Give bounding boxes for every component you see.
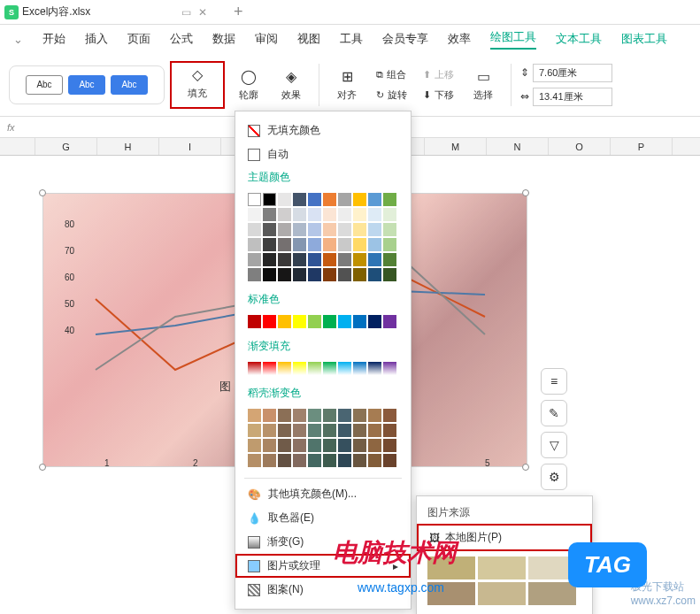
color-swatch[interactable] xyxy=(263,268,276,281)
color-swatch[interactable] xyxy=(338,208,351,221)
earth-swatch[interactable] xyxy=(323,424,336,437)
earth-swatch[interactable] xyxy=(383,454,396,467)
color-swatch[interactable] xyxy=(338,268,351,281)
earth-swatch[interactable] xyxy=(248,454,261,467)
corner[interactable] xyxy=(0,138,35,155)
width-input[interactable]: 13.41厘米 xyxy=(533,88,612,106)
color-swatch[interactable] xyxy=(308,193,321,206)
color-swatch[interactable] xyxy=(263,315,276,328)
menu-view[interactable]: 视图 xyxy=(297,31,320,47)
gradient-colors-grid[interactable] xyxy=(235,358,411,382)
color-swatch[interactable] xyxy=(323,253,336,266)
gradient-swatch[interactable] xyxy=(383,362,396,375)
earth-swatch[interactable] xyxy=(293,409,306,422)
earth-swatch[interactable] xyxy=(323,439,336,452)
earth-gradient-grid[interactable] xyxy=(235,405,411,474)
color-swatch[interactable] xyxy=(323,193,336,206)
earth-swatch[interactable] xyxy=(353,454,366,467)
color-swatch[interactable] xyxy=(338,253,351,266)
col-N[interactable]: N xyxy=(487,138,549,155)
color-swatch[interactable] xyxy=(308,315,321,328)
eyedropper-item[interactable]: 💧 取色器(E) xyxy=(235,506,411,530)
color-swatch[interactable] xyxy=(293,268,306,281)
col-P[interactable]: P xyxy=(611,138,673,155)
menu-insert[interactable]: 插入 xyxy=(85,31,108,47)
color-swatch[interactable] xyxy=(368,223,381,236)
menu-start[interactable]: 开始 xyxy=(42,31,65,47)
color-swatch[interactable] xyxy=(278,238,291,251)
earth-swatch[interactable] xyxy=(308,409,321,422)
color-swatch[interactable] xyxy=(293,253,306,266)
earth-swatch[interactable] xyxy=(248,439,261,452)
texture-swatch[interactable] xyxy=(478,582,526,605)
select-button[interactable]: ▭ 选择 xyxy=(465,63,502,107)
color-swatch[interactable] xyxy=(278,208,291,221)
earth-swatch[interactable] xyxy=(263,424,276,437)
menu-drawtools[interactable]: 绘图工具 xyxy=(490,29,536,50)
color-swatch[interactable] xyxy=(293,315,306,328)
shape-style-gallery[interactable]: Abc Abc Abc xyxy=(9,65,165,104)
tab-duplicate-icon[interactable]: ▭ xyxy=(181,6,191,19)
menu-chevron[interactable]: ⌄ xyxy=(13,33,23,46)
color-swatch[interactable] xyxy=(383,253,396,266)
earth-swatch[interactable] xyxy=(383,424,396,437)
color-swatch[interactable] xyxy=(278,223,291,236)
color-swatch[interactable] xyxy=(383,238,396,251)
color-swatch[interactable] xyxy=(248,223,261,236)
color-swatch[interactable] xyxy=(248,253,261,266)
earth-swatch[interactable] xyxy=(308,439,321,452)
color-swatch[interactable] xyxy=(293,238,306,251)
earth-swatch[interactable] xyxy=(323,454,336,467)
color-swatch[interactable] xyxy=(278,193,291,206)
chart-styles-button[interactable]: ✎ xyxy=(541,400,567,426)
effects-button[interactable]: ◈ 效果 xyxy=(273,63,310,107)
new-tab-button[interactable]: + xyxy=(234,3,243,21)
earth-swatch[interactable] xyxy=(293,439,306,452)
color-swatch[interactable] xyxy=(383,268,396,281)
color-swatch[interactable] xyxy=(383,315,396,328)
color-swatch[interactable] xyxy=(263,238,276,251)
color-swatch[interactable] xyxy=(263,253,276,266)
texture-swatch[interactable] xyxy=(528,582,576,605)
gradient-swatch[interactable] xyxy=(248,362,261,375)
color-swatch[interactable] xyxy=(368,315,381,328)
color-swatch[interactable] xyxy=(278,253,291,266)
gradient-swatch[interactable] xyxy=(353,362,366,375)
col-I[interactable]: I xyxy=(159,138,221,155)
earth-swatch[interactable] xyxy=(248,409,261,422)
color-swatch[interactable] xyxy=(323,208,336,221)
earth-swatch[interactable] xyxy=(368,409,381,422)
color-swatch[interactable] xyxy=(293,208,306,221)
color-swatch[interactable] xyxy=(338,223,351,236)
color-swatch[interactable] xyxy=(383,208,396,221)
menu-charttools[interactable]: 图表工具 xyxy=(621,31,667,47)
color-swatch[interactable] xyxy=(323,315,336,328)
color-swatch[interactable] xyxy=(278,315,291,328)
color-swatch[interactable] xyxy=(278,268,291,281)
color-swatch[interactable] xyxy=(353,193,366,206)
gradient-swatch[interactable] xyxy=(308,362,321,375)
shape-style-2[interactable]: Abc xyxy=(68,75,105,95)
color-swatch[interactable] xyxy=(368,208,381,221)
menu-review[interactable]: 审阅 xyxy=(255,31,278,47)
color-swatch[interactable] xyxy=(308,238,321,251)
auto-item[interactable]: 自动 xyxy=(235,142,411,166)
color-swatch[interactable] xyxy=(383,223,396,236)
col-M[interactable]: M xyxy=(425,138,487,155)
menu-texttools[interactable]: 文本工具 xyxy=(556,31,602,47)
menu-data[interactable]: 数据 xyxy=(212,31,235,47)
color-swatch[interactable] xyxy=(308,253,321,266)
no-fill-item[interactable]: 无填充颜色 xyxy=(235,119,411,142)
color-swatch[interactable] xyxy=(293,223,306,236)
color-swatch[interactable] xyxy=(353,223,366,236)
fill-button[interactable]: ◇ 填充 xyxy=(170,61,225,109)
earth-swatch[interactable] xyxy=(353,409,366,422)
color-swatch[interactable] xyxy=(353,268,366,281)
color-swatch[interactable] xyxy=(353,208,366,221)
earth-swatch[interactable] xyxy=(368,454,381,467)
color-swatch[interactable] xyxy=(338,315,351,328)
earth-swatch[interactable] xyxy=(278,424,291,437)
color-swatch[interactable] xyxy=(338,238,351,251)
earth-swatch[interactable] xyxy=(278,454,291,467)
file-tab[interactable]: Excel内容.xlsx xyxy=(22,4,181,19)
